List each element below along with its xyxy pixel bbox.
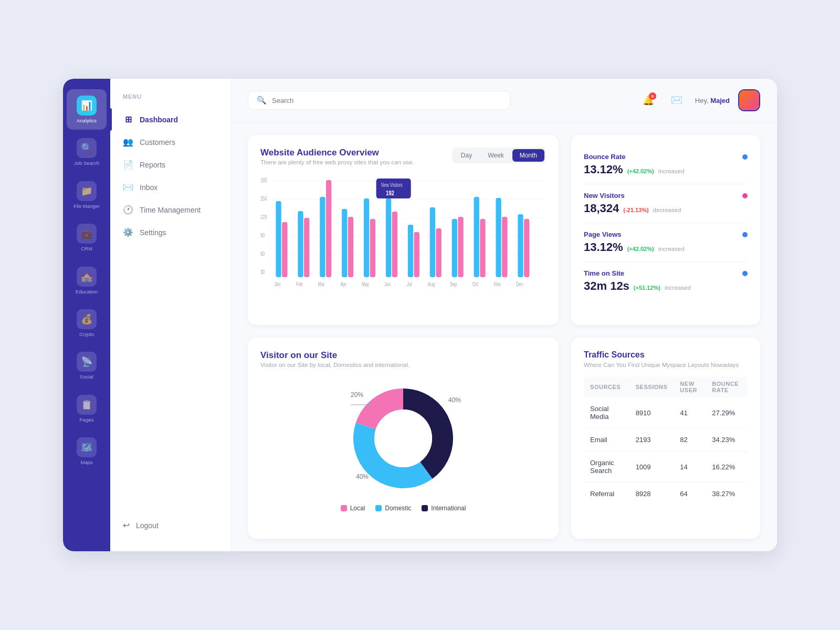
stat-label-row-3: Time on Site <box>584 269 748 277</box>
icon-sidebar-item-education[interactable]: 🏫 Education <box>67 260 107 301</box>
legend-domestic: Domestic <box>375 505 411 512</box>
icon-sidebar-item-file-manager[interactable]: 📁 File Manger <box>67 175 107 215</box>
header: 🔍 🔔 9 ✉️ Hey, Majed <box>231 79 777 122</box>
traffic-source-2: Organic Search <box>584 452 629 482</box>
icon-sidebar-label-crypto: Crypto <box>79 331 94 337</box>
table-row: Email 2193 82 34.23% <box>584 428 748 452</box>
notifications-button[interactable]: 🔔 9 <box>638 90 658 110</box>
traffic-bounce-rate-0: 27.29% <box>706 397 748 428</box>
search-input[interactable] <box>272 97 501 104</box>
icon-sidebar-label-maps: Maps <box>80 459 92 465</box>
traffic-table: SOURCESSESSIONSNEW USERBOUNCE RATE Socia… <box>584 376 748 505</box>
avatar[interactable] <box>738 89 760 111</box>
analytics-icon: 📊 <box>77 96 97 116</box>
chart-card-header: Website Audience Overview There are plen… <box>260 148 546 165</box>
svg-text:Sep: Sep <box>450 281 457 287</box>
inbox-nav-icon: ✉️ <box>123 182 133 192</box>
legend-label-international: International <box>431 505 466 512</box>
legend-dot-domestic <box>375 505 382 511</box>
time-btn-day[interactable]: Day <box>454 149 479 162</box>
stat-value-row-0: 13.12% (+42.02%) increased <box>584 163 748 176</box>
stat-value-0: 13.12% <box>584 163 623 176</box>
svg-rect-30 <box>436 228 441 277</box>
icon-sidebar-item-social[interactable]: 📡 Social <box>67 345 107 386</box>
svg-text:Jul: Jul <box>407 281 412 287</box>
icon-sidebar-item-crypto[interactable]: 💰 Crypto <box>67 303 107 343</box>
icon-sidebar-label-crm: CRM <box>81 246 92 251</box>
customers-nav-icon: 👥 <box>123 137 133 147</box>
nav-label-dashboard: Dashboard <box>140 116 178 124</box>
stat-label-1: New Visitors <box>584 192 625 200</box>
traffic-table-head: SOURCESSESSIONSNEW USERBOUNCE RATE <box>584 376 748 397</box>
bar-chart-svg: 180 150 120 90 60 30 <box>260 176 546 291</box>
icon-sidebar-item-analytics[interactable]: 📊 Analytics <box>67 89 107 130</box>
stat-change-2: (+42.02%) <box>627 246 654 252</box>
nav-item-time-management[interactable]: 🕐 Time Management <box>110 198 230 221</box>
chart-card: Website Audience Overview There are plen… <box>248 135 559 325</box>
nav-sidebar: MENU ⊞ Dashboard 👥 Customers 📄 Reports ✉… <box>110 79 231 551</box>
time-btn-month[interactable]: Month <box>512 149 544 162</box>
time-filter: Day Week Month <box>452 148 546 163</box>
traffic-bounce-rate-2: 16.22% <box>706 452 748 482</box>
svg-text:Jan: Jan <box>274 281 280 287</box>
traffic-sessions-0: 8910 <box>629 397 674 428</box>
svg-text:Dec: Dec <box>516 281 523 287</box>
social-icon: 📡 <box>77 352 97 372</box>
icon-sidebar-item-crm[interactable]: 💼 CRM <box>67 217 107 258</box>
traffic-source-1: Email <box>584 428 629 452</box>
svg-rect-18 <box>342 209 347 277</box>
time-management-nav-icon: 🕐 <box>123 205 133 215</box>
svg-rect-14 <box>298 211 303 277</box>
table-row: Social Media 8910 41 27.29% <box>584 397 748 428</box>
stat-dot-1 <box>742 193 748 198</box>
stat-trend-0: increased <box>658 168 685 174</box>
svg-rect-35 <box>496 198 501 277</box>
settings-nav-icon: ⚙️ <box>123 227 133 237</box>
stat-value-3: 32m 12s <box>584 279 629 293</box>
legend-dot-local <box>341 505 347 511</box>
mail-button[interactable]: ✉️ <box>667 90 687 110</box>
stat-label-row-1: New Visitors <box>584 192 748 200</box>
traffic-sessions-2: 1009 <box>629 452 674 482</box>
logout-button[interactable]: ↩ Logout <box>110 514 230 537</box>
donut-card: Visitor on our Site Visitor on our Site … <box>248 338 559 539</box>
main-content: 🔍 🔔 9 ✉️ Hey, Majed <box>231 79 777 551</box>
education-icon: 🏫 <box>77 267 97 287</box>
svg-text:Feb: Feb <box>296 281 303 287</box>
svg-rect-36 <box>502 217 507 277</box>
svg-rect-19 <box>348 217 353 277</box>
nav-item-inbox[interactable]: ✉️ Inbox <box>110 176 230 198</box>
svg-rect-31 <box>452 219 457 277</box>
nav-item-dashboard[interactable]: ⊞ Dashboard <box>110 108 230 131</box>
header-actions: 🔔 9 ✉️ Hey, Majed <box>638 89 760 111</box>
file-manager-icon: 📁 <box>77 181 97 201</box>
reports-nav-icon: 📄 <box>123 160 133 170</box>
icon-sidebar-item-job-search[interactable]: 🔍 Job Search <box>67 132 107 172</box>
svg-text:60: 60 <box>260 251 265 257</box>
nav-item-customers[interactable]: 👥 Customers <box>110 131 230 153</box>
traffic-col-new-user: NEW USER <box>674 376 706 397</box>
icon-sidebar-label-social: Social <box>80 374 93 380</box>
icon-sidebar-item-maps[interactable]: 🗺️ Maps <box>67 431 107 471</box>
icon-sidebar-label-analytics: Analytics <box>77 118 97 123</box>
donut-legend: Local Domestic International <box>260 505 546 512</box>
nav-item-settings[interactable]: ⚙️ Settings <box>110 221 230 244</box>
svg-rect-28 <box>414 232 419 277</box>
dashboard-content: Website Audience Overview There are plen… <box>231 122 777 551</box>
nav-item-reports[interactable]: 📄 Reports <box>110 153 230 176</box>
stat-trend-3: increased <box>665 285 691 291</box>
stats-panel: Bounce Rate 13.12% (+42.02%) increased N… <box>571 135 760 325</box>
svg-rect-34 <box>480 219 485 277</box>
stat-item-3: Time on Site 32m 12s (+51.12%) increased <box>584 262 748 300</box>
pages-icon: 📋 <box>77 395 97 415</box>
icon-sidebar-item-pages[interactable]: 📋 Pages <box>67 388 107 429</box>
chart-title: Website Audience Overview <box>260 148 414 158</box>
search-box[interactable]: 🔍 <box>248 91 510 110</box>
time-btn-week[interactable]: Week <box>480 149 511 162</box>
menu-label: MENU <box>110 93 230 108</box>
svg-point-54 <box>374 410 432 467</box>
svg-rect-32 <box>458 217 463 277</box>
svg-rect-12 <box>276 201 281 277</box>
legend-dot-international <box>422 505 428 511</box>
traffic-new-user-1: 82 <box>674 428 706 452</box>
